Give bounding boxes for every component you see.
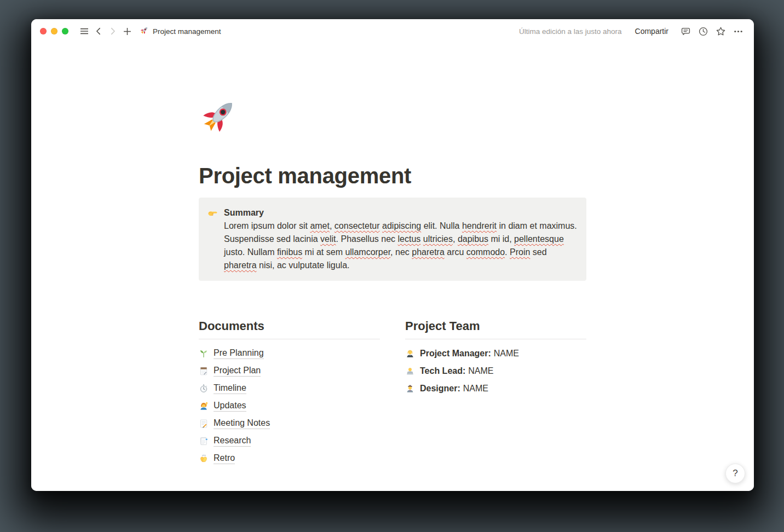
titlebar: Project management Última edición a las … — [31, 19, 754, 43]
breadcrumb[interactable]: Project management — [140, 26, 221, 37]
doc-link-research[interactable]: Research — [199, 432, 380, 450]
last-edited-label: Última edición a las justo ahora — [519, 27, 622, 36]
memo-icon — [199, 419, 209, 429]
project-team-heading: Project Team — [405, 319, 586, 339]
chevron-right-icon — [108, 27, 117, 36]
seedling-icon — [199, 349, 209, 358]
pointing-right-icon — [207, 207, 218, 219]
page-icon-rocket[interactable] — [199, 96, 239, 138]
favorite-button[interactable] — [713, 24, 728, 38]
nav-back-button[interactable] — [91, 24, 106, 38]
minimize-window-button[interactable] — [51, 28, 57, 34]
close-window-button[interactable] — [40, 28, 47, 34]
documents-section: Documents Pre Planning Project Plan T — [199, 319, 380, 467]
summary-callout: Summary Lorem ipsum dolor sit amet, cons… — [199, 198, 586, 281]
documents-heading: Documents — [199, 319, 380, 339]
doc-link-pre-planning[interactable]: Pre Planning — [199, 345, 380, 362]
callout-heading: Summary — [224, 206, 578, 219]
zoom-window-button[interactable] — [62, 28, 68, 34]
notion-window: Project management Última edición a las … — [31, 19, 754, 491]
updates-button[interactable] — [696, 24, 710, 38]
plus-icon — [123, 27, 132, 36]
rocket-icon — [140, 26, 149, 37]
clock-icon — [698, 26, 708, 37]
share-button[interactable]: Compartir — [631, 25, 673, 38]
callout-body: Lorem ipsum dolor sit amet, consectetur … — [224, 219, 578, 272]
clapping-hands-icon — [199, 454, 209, 464]
technologist-icon — [405, 366, 415, 376]
nav-forward-button[interactable] — [106, 24, 120, 38]
traffic-lights — [40, 28, 68, 34]
woman-office-worker-icon — [405, 349, 415, 358]
doc-link-updates[interactable]: Updates — [199, 397, 380, 415]
doc-link-project-plan[interactable]: Project Plan — [199, 362, 380, 380]
hamburger-icon — [79, 26, 89, 36]
comment-bubble-icon — [681, 26, 691, 37]
project-team-section: Project Team Project Manager: NAME Tech … — [405, 319, 586, 467]
man-artist-icon — [405, 384, 415, 394]
new-page-button[interactable] — [120, 24, 134, 38]
stopwatch-icon — [199, 384, 209, 394]
doc-link-meeting-notes[interactable]: Meeting Notes — [199, 415, 380, 432]
comments-button[interactable] — [678, 24, 693, 38]
chevron-left-icon — [94, 27, 103, 36]
team-member-project-manager: Project Manager: NAME — [405, 345, 586, 362]
doc-link-timeline[interactable]: Timeline — [199, 380, 380, 397]
doc-link-retro[interactable]: Retro — [199, 450, 380, 467]
breadcrumb-title: Project management — [153, 27, 221, 36]
team-member-tech-lead: Tech Lead: NAME — [405, 362, 586, 380]
more-button[interactable] — [731, 24, 745, 38]
sidebar-menu-button[interactable] — [77, 24, 91, 38]
star-icon — [716, 26, 726, 37]
ellipsis-icon — [733, 26, 743, 37]
team-member-designer: Designer: NAME — [405, 380, 586, 397]
help-button[interactable]: ? — [725, 464, 745, 483]
page-content: Project management Summary Lorem ipsum d… — [31, 43, 754, 491]
bookmark-tabs-icon — [199, 436, 209, 446]
page-title[interactable]: Project management — [199, 163, 586, 189]
woman-raising-hand-icon — [199, 401, 209, 411]
spiral-notepad-icon — [199, 366, 209, 376]
